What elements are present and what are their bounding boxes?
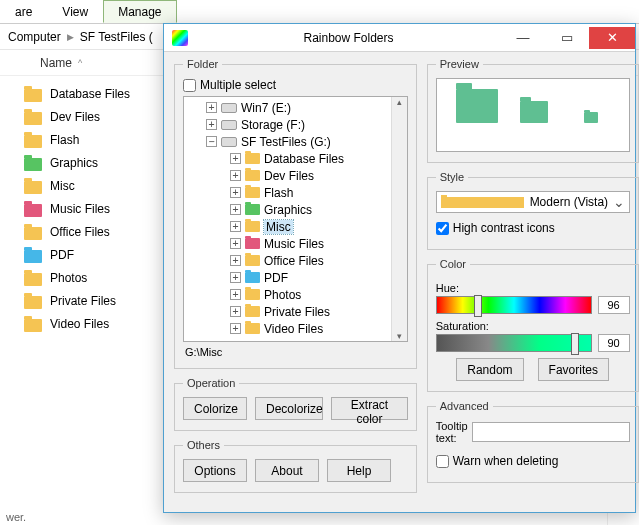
expand-icon[interactable]: + xyxy=(206,119,217,130)
drive-icon xyxy=(221,103,237,113)
operation-group: Operation Colorize Decolorize Extract co… xyxy=(174,377,417,431)
folder-icon xyxy=(24,109,42,125)
expand-icon[interactable]: + xyxy=(230,170,241,181)
high-contrast-checkbox[interactable]: High contrast icons xyxy=(436,221,630,235)
tree-folder[interactable]: +Private Files xyxy=(184,303,407,320)
tab-share[interactable]: are xyxy=(0,0,47,23)
item-label: Database Files xyxy=(50,87,130,101)
expand-icon[interactable]: + xyxy=(206,102,217,113)
expand-icon[interactable]: + xyxy=(230,272,241,283)
current-path: G:\Misc xyxy=(183,342,408,358)
folder-icon xyxy=(24,178,42,194)
hue-value[interactable]: 96 xyxy=(598,296,630,314)
minimize-button[interactable]: — xyxy=(501,27,545,49)
folder-icon xyxy=(24,86,42,102)
about-button[interactable]: About xyxy=(255,459,319,482)
drive-icon xyxy=(221,120,237,130)
expand-icon[interactable]: + xyxy=(230,238,241,249)
folder-icon xyxy=(245,221,260,232)
item-label: Dev Files xyxy=(50,110,100,124)
preview-group: Preview xyxy=(427,58,639,163)
crumb-computer[interactable]: Computer xyxy=(8,30,61,44)
saturation-slider[interactable] xyxy=(436,334,592,352)
multiple-select-checkbox[interactable]: Multiple select xyxy=(183,78,408,92)
collapse-icon[interactable]: − xyxy=(206,136,217,147)
tab-manage[interactable]: Manage xyxy=(103,0,176,23)
colorize-button[interactable]: Colorize xyxy=(183,397,247,420)
folder-icon xyxy=(245,204,260,215)
tree-folder[interactable]: +Photos xyxy=(184,286,407,303)
style-select[interactable]: Modern (Vista) xyxy=(436,191,630,213)
saturation-label: Saturation: xyxy=(436,320,630,332)
tree-folder[interactable]: +Dev Files xyxy=(184,167,407,184)
folder-icon xyxy=(24,316,42,332)
chevron-right-icon: ▶ xyxy=(67,32,74,42)
tree-folder[interactable]: +Database Files xyxy=(184,150,407,167)
folder-icon xyxy=(245,153,260,164)
expand-icon[interactable]: + xyxy=(230,289,241,300)
app-icon xyxy=(172,30,188,46)
folder-icon xyxy=(24,224,42,240)
tree-folder[interactable]: +PDF xyxy=(184,269,407,286)
close-button[interactable]: ✕ xyxy=(589,27,635,49)
color-group: Color Hue: 96 Saturation: 90 Random Favo… xyxy=(427,258,639,392)
window-title: Rainbow Folders xyxy=(196,31,501,45)
decolorize-button[interactable]: Decolorize xyxy=(255,397,323,420)
folder-icon xyxy=(24,155,42,171)
rainbow-folders-dialog: Rainbow Folders — ▭ ✕ Folder Multiple se… xyxy=(163,23,636,513)
tree-folder[interactable]: +Music Files xyxy=(184,235,407,252)
hue-slider[interactable] xyxy=(436,296,592,314)
item-label: PDF xyxy=(50,248,74,262)
titlebar[interactable]: Rainbow Folders — ▭ ✕ xyxy=(164,24,635,52)
tooltip-label: Tooltip text: xyxy=(436,420,468,444)
preview-small-icon xyxy=(584,107,602,123)
favorites-button[interactable]: Favorites xyxy=(538,358,609,381)
crumb-folder[interactable]: SF TestFiles ( xyxy=(80,30,153,44)
tab-view[interactable]: View xyxy=(47,0,103,23)
folder-icon xyxy=(24,293,42,309)
expand-icon[interactable]: + xyxy=(230,204,241,215)
hue-label: Hue: xyxy=(436,282,630,294)
saturation-value[interactable]: 90 xyxy=(598,334,630,352)
options-button[interactable]: Options xyxy=(183,459,247,482)
folder-icon xyxy=(245,272,260,283)
tree-folder[interactable]: +Misc xyxy=(184,218,407,235)
folder-tree[interactable]: +Win7 (E:)+Storage (F:)−SF TestFiles (G:… xyxy=(183,96,408,342)
expand-icon[interactable]: + xyxy=(230,306,241,317)
folder-icon xyxy=(24,270,42,286)
folder-icon xyxy=(245,255,260,266)
tree-folder[interactable]: +Office Files xyxy=(184,252,407,269)
item-label: Private Files xyxy=(50,294,116,308)
item-label: Photos xyxy=(50,271,87,285)
folder-icon xyxy=(245,323,260,334)
expand-icon[interactable]: + xyxy=(230,153,241,164)
folder-icon xyxy=(245,238,260,249)
tree-drive[interactable]: −SF TestFiles (G:) xyxy=(184,133,407,150)
tooltip-input[interactable] xyxy=(472,422,630,442)
tree-folder[interactable]: +Graphics xyxy=(184,201,407,218)
expand-icon[interactable]: + xyxy=(230,255,241,266)
item-label: Misc xyxy=(50,179,75,193)
warn-when-deleting-checkbox[interactable]: Warn when deleting xyxy=(436,454,630,468)
tree-folder[interactable]: +Video Files xyxy=(184,320,407,337)
tree-scrollbar[interactable] xyxy=(391,97,407,341)
folder-icon xyxy=(24,132,42,148)
tree-drive[interactable]: +Storage (F:) xyxy=(184,116,407,133)
tree-drive[interactable]: +Win7 (E:) xyxy=(184,99,407,116)
others-group: Others Options About Help xyxy=(174,439,417,493)
item-label: Video Files xyxy=(50,317,109,331)
random-button[interactable]: Random xyxy=(456,358,523,381)
extract-color-button[interactable]: Extract color xyxy=(331,397,407,420)
item-label: Flash xyxy=(50,133,79,147)
folder-icon xyxy=(24,247,42,263)
folder-group: Folder Multiple select +Win7 (E:)+Storag… xyxy=(174,58,417,369)
expand-icon[interactable]: + xyxy=(230,187,241,198)
help-button[interactable]: Help xyxy=(327,459,391,482)
ribbon-tabs: are View Manage xyxy=(0,0,639,24)
expand-icon[interactable]: + xyxy=(230,323,241,334)
folder-icon xyxy=(245,306,260,317)
maximize-button[interactable]: ▭ xyxy=(545,27,589,49)
tree-folder[interactable]: +Flash xyxy=(184,184,407,201)
expand-icon[interactable]: + xyxy=(230,221,241,232)
folder-icon xyxy=(245,289,260,300)
